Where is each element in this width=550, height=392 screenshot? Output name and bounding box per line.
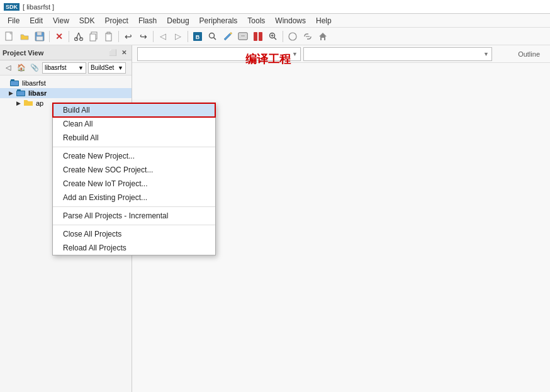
toolbar-ref1-btn[interactable] [236,30,250,43]
tree-label-libasr: libasr [28,89,47,97]
expand-arrow-libasr: ▶ [9,90,16,96]
tree-item-libasrfst[interactable]: libasrfst [0,78,132,88]
toolbar-new-btn[interactable] [3,30,16,43]
sidebar-toolbar: ◁ 🏠 📎 libasrfst ▼ BuildSet ▼ [0,60,132,76]
svg-rect-3 [36,36,43,40]
menu-help[interactable]: Help [311,15,337,26]
context-menu-sep-3 [53,225,215,225]
svg-rect-20 [259,32,262,41]
context-menu-sep-2 [53,206,215,207]
toolbar-sep-2 [69,31,69,42]
svg-rect-19 [254,32,257,41]
content-header: ▼ ▼ Outline [132,45,550,63]
project-dropdown-value: libasrfst [45,64,66,71]
toolbar-sep-1 [49,31,50,42]
toolbar-record-btn[interactable] [286,30,300,43]
svg-rect-11 [107,32,110,34]
toolbar-close-btn[interactable]: ✕ [52,30,66,43]
toolbar-ref2-btn[interactable] [251,30,265,43]
tree-label-libasrfst: libasrfst [22,79,46,87]
folder-icon-ap [24,99,34,108]
menu-flash[interactable]: Flash [133,15,162,26]
menu-peripherals[interactable]: Peripherals [194,15,243,26]
context-menu-create-project[interactable]: Create New Project... [53,149,215,163]
menu-debug[interactable]: Debug [162,15,194,26]
context-menu-clean-all[interactable]: Clean All [53,117,215,131]
toolbar-cut-btn[interactable] [72,30,86,43]
buildset-dropdown-value: BuildSet [91,64,114,71]
window-title: [ libasrfst ] [23,3,54,11]
sidebar-header: Project View ⬜ ✕ [0,45,132,60]
toolbar-save-btn[interactable] [33,30,47,43]
toolbar-redo-btn[interactable]: ↪ [137,30,150,43]
svg-rect-31 [17,89,21,91]
svg-line-15 [214,37,216,40]
svg-rect-2 [37,32,42,35]
toolbar-sep-3 [118,31,119,42]
project-icon-libasr [16,89,26,98]
toolbar-search-btn[interactable] [206,30,220,43]
buildset-dropdown[interactable]: BuildSet ▼ [88,62,126,74]
svg-rect-10 [106,33,111,41]
project-icon-libasrfst [10,79,20,87]
toolbar-edit-btn[interactable] [221,30,235,43]
toolbar-zoom-btn[interactable] [266,30,280,43]
menu-bar: File Edit View SDK Project Flash Debug P… [0,14,550,28]
svg-text:B: B [196,34,200,40]
context-menu-create-iot-project[interactable]: Create New IoT Project... [53,177,215,191]
menu-view[interactable]: View [48,15,74,26]
sidebar-home-btn[interactable]: 🏠 [16,62,27,74]
toolbar-open-btn[interactable] [18,30,31,43]
sdk-badge: SDK [4,3,20,11]
toolbar-forward-btn[interactable]: ▷ [171,30,185,43]
toolbar-build-btn[interactable]: B [191,30,205,43]
expand-arrow-ap: ▶ [16,100,24,106]
context-menu-build-all[interactable]: Build All [53,103,215,117]
menu-sdk[interactable]: SDK [74,15,100,26]
menu-windows[interactable]: Windows [270,15,311,26]
svg-rect-9 [90,34,96,41]
menu-file[interactable]: File [3,15,25,26]
menu-edit[interactable]: Edit [25,15,48,26]
tree-item-libasr[interactable]: ▶ libasr [0,88,132,98]
svg-rect-29 [11,81,18,86]
sidebar-header-icons: ⬜ ✕ [108,48,129,58]
project-select-dropdown[interactable]: libasrfst ▼ [42,62,86,74]
toolbar-undo-btn[interactable]: ↩ [121,30,135,43]
toolbar-paste-btn[interactable] [102,30,116,43]
context-menu: Build All Clean All Rebuild All Create N… [52,103,216,255]
sidebar-nav-back-btn[interactable]: ◁ [3,62,14,74]
toolbar-copy-btn[interactable] [87,30,101,43]
sidebar-maximize-btn[interactable]: ⬜ [108,48,118,58]
context-menu-rebuild-all[interactable]: Rebuild All [53,131,215,145]
context-menu-sep-1 [53,147,215,147]
project-view-title: Project View [3,49,43,57]
sidebar-link-btn[interactable]: 📎 [29,62,40,74]
breadcrumb-dropdown-2[interactable]: ▼ [303,47,492,61]
svg-rect-32 [17,91,25,96]
toolbar-link-btn[interactable] [301,30,315,43]
toolbar-back-btn[interactable]: ◁ [156,30,170,43]
context-menu-add-existing[interactable]: Add an Existing Project... [53,191,215,204]
svg-rect-28 [11,79,14,81]
tree-label-ap: ap [36,99,43,107]
annotation-text: 编译工程 [245,52,291,67]
svg-line-22 [274,37,277,40]
toolbar-home-btn[interactable] [316,30,330,43]
title-bar: SDK [ libasrfst ] [0,0,550,14]
toolbar-sep-5 [188,31,188,42]
toolbar-sep-4 [153,31,154,42]
toolbar-sep-6 [283,31,283,42]
sidebar-close-btn[interactable]: ✕ [119,48,129,58]
menu-tools[interactable]: Tools [242,15,270,26]
menu-project[interactable]: Project [100,15,133,26]
outline-btn[interactable]: Outline [513,49,545,59]
context-menu-close-all[interactable]: Close All Projects [53,227,215,241]
toolbar: ✕ ↩ ↪ ◁ ▷ B [0,28,550,45]
context-menu-create-soc-project[interactable]: Create New SOC Project... [53,163,215,177]
svg-point-25 [289,33,296,40]
svg-point-14 [210,33,215,38]
context-menu-reload-all[interactable]: Reload All Projects [53,241,215,255]
context-menu-parse-all[interactable]: Parse All Projects - Incremental [53,209,215,223]
